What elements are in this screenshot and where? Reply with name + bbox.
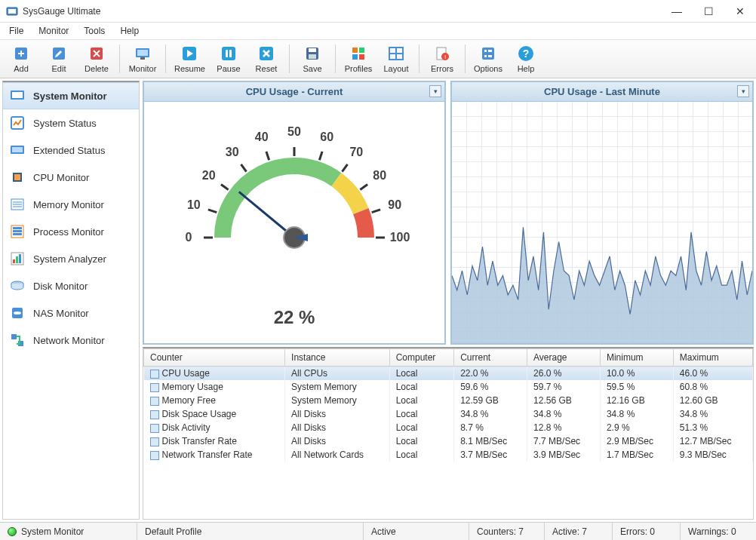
toolbar: AddEditDeleteMonitorResumePauseResetSave… (0, 39, 756, 78)
menu-file[interactable]: File (3, 24, 29, 38)
sidebar-item-disk-monitor[interactable]: Disk Monitor (3, 272, 139, 299)
layout-button[interactable]: Layout (378, 41, 414, 76)
svg-line-60 (241, 164, 246, 172)
chart-body (452, 102, 752, 343)
col-average[interactable]: Average (527, 349, 601, 367)
delete-button[interactable]: Delete (78, 41, 115, 76)
cpu-monitor-icon (9, 169, 26, 186)
profiles-button[interactable]: Profiles (340, 41, 376, 76)
svg-rect-27 (484, 50, 487, 52)
edit-icon (50, 44, 68, 63)
table-row[interactable]: Disk Space UsageAll DisksLocal34.8 %34.8… (144, 407, 753, 421)
pause-button[interactable]: Pause (211, 41, 247, 76)
save-button[interactable]: Save (294, 41, 330, 76)
counter-icon (150, 410, 159, 419)
sidebar-item-label: Extended Status (33, 145, 105, 156)
sidebar-item-cpu-monitor[interactable]: CPU Monitor (3, 164, 139, 191)
add-icon (12, 44, 30, 63)
svg-rect-28 (484, 55, 487, 57)
maximize-button[interactable]: ☐ (699, 5, 718, 17)
gauge-panel: CPU Usage - Current ▾ 010203040506070809… (143, 81, 446, 345)
svg-rect-30 (488, 55, 492, 57)
counter-icon (150, 424, 159, 433)
status-counters: Counters: 7 (469, 523, 545, 540)
table-row[interactable]: Disk Transfer RateAll DisksLocal8.1 MB/S… (144, 434, 753, 448)
sidebar-item-network-monitor[interactable]: Network Monitor (3, 327, 139, 354)
sidebar-item-nas-monitor[interactable]: NAS Monitor (3, 299, 139, 327)
table-row[interactable]: Memory UsageSystem MemoryLocal59.6 %59.7… (144, 380, 753, 394)
options-button[interactable]: Options (470, 41, 506, 76)
sidebar-item-label: Memory Monitor (33, 199, 104, 210)
svg-rect-10 (226, 50, 228, 57)
layout-icon (387, 44, 405, 63)
status-active: Active: 7 (545, 523, 613, 540)
svg-rect-14 (309, 48, 316, 52)
resume-button[interactable]: Resume (171, 41, 209, 76)
help-icon: ? (517, 44, 535, 63)
table-row[interactable]: Memory FreeSystem MemoryLocal12.59 GB12.… (144, 394, 753, 407)
sidebar-item-system-status[interactable]: System Status (3, 109, 139, 137)
app-icon (6, 5, 18, 17)
menu-tools[interactable]: Tools (78, 24, 111, 38)
nas-monitor-icon (9, 305, 26, 321)
errors-button[interactable]: !Errors (424, 41, 460, 76)
options-icon (479, 44, 497, 63)
status-warnings: Warnings: 0 (681, 523, 756, 540)
svg-line-72 (372, 210, 380, 213)
table-row[interactable]: Network Transfer RateAll Network CardsLo… (144, 448, 753, 462)
counter-icon (150, 370, 159, 379)
gauge-body: 0102030405060708090100 22 % (144, 102, 444, 343)
edit-button[interactable]: Edit (41, 41, 77, 76)
svg-rect-18 (352, 54, 358, 60)
svg-rect-48 (19, 254, 21, 263)
monitor-button[interactable]: Monitor (124, 41, 161, 76)
svg-text:10: 10 (187, 198, 201, 211)
sidebar-item-system-analyzer[interactable]: System Analyzer (3, 245, 139, 272)
col-computer[interactable]: Computer (389, 349, 453, 367)
svg-rect-11 (229, 50, 232, 57)
system-monitor-icon (9, 87, 26, 104)
status-dot-icon (8, 527, 17, 536)
chart-collapse-button[interactable]: ▾ (737, 85, 749, 97)
reset-button[interactable]: Reset (248, 41, 284, 76)
disk-monitor-icon (9, 278, 26, 294)
svg-rect-47 (16, 256, 18, 263)
help-button[interactable]: ?Help (508, 41, 544, 76)
col-counter[interactable]: Counter (144, 349, 285, 367)
status-mode: System Monitor (0, 523, 137, 540)
table-row[interactable]: CPU UsageAll CPUsLocal22.0 %26.0 %10.0 %… (144, 367, 753, 381)
titlebar: SysGauge Ultimate — ☐ ✕ (0, 0, 756, 23)
col-maximum[interactable]: Maximum (673, 349, 752, 367)
menu-help[interactable]: Help (114, 24, 145, 38)
gauge-value: 22 % (274, 307, 315, 328)
svg-line-56 (208, 210, 217, 213)
svg-rect-46 (13, 259, 15, 263)
sidebar-item-process-monitor[interactable]: Process Monitor (3, 218, 139, 245)
svg-text:100: 100 (390, 231, 410, 244)
svg-rect-39 (14, 174, 20, 180)
sidebar-item-extended-status[interactable]: Extended Status (3, 137, 139, 164)
sidebar-item-label: System Analyzer (33, 253, 106, 265)
svg-rect-15 (309, 54, 316, 59)
close-button[interactable]: ✕ (730, 5, 750, 17)
pause-icon (220, 44, 238, 63)
add-button[interactable]: Add (3, 41, 39, 76)
counter-icon (150, 397, 159, 406)
svg-line-70 (360, 184, 367, 189)
delete-icon (88, 44, 106, 63)
counter-icon (150, 451, 159, 460)
network-monitor-icon (9, 332, 26, 348)
app-title: SysGauge Ultimate (23, 6, 667, 17)
menu-monitor[interactable]: Monitor (32, 24, 75, 38)
sidebar-item-memory-monitor[interactable]: Memory Monitor (3, 191, 139, 218)
svg-text:!: ! (444, 54, 446, 60)
col-current[interactable]: Current (454, 349, 527, 367)
gauge-collapse-button[interactable]: ▾ (429, 85, 441, 97)
svg-rect-26 (482, 48, 494, 60)
table-row[interactable]: Disk ActivityAll DisksLocal8.7 %12.8 %2.… (144, 421, 753, 434)
col-minimum[interactable]: Minimum (600, 349, 673, 367)
col-instance[interactable]: Instance (285, 349, 390, 367)
statusbar: System Monitor Default Profile Active Co… (0, 522, 756, 540)
sidebar-item-system-monitor[interactable]: System Monitor (3, 82, 139, 109)
minimize-button[interactable]: — (667, 5, 687, 17)
